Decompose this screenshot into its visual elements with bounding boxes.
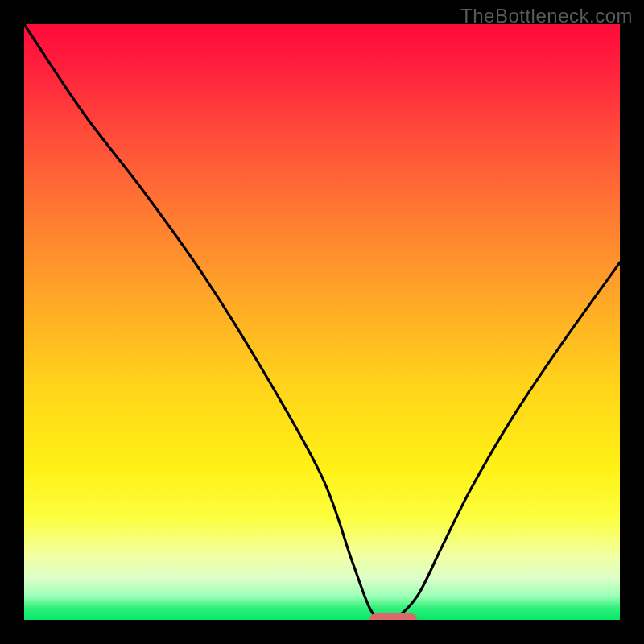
chart-frame: TheBottleneck.com — [0, 0, 644, 644]
optimal-range-marker — [369, 613, 417, 620]
bottleneck-curve-path — [24, 24, 620, 620]
plot-area — [24, 24, 620, 620]
bottleneck-curve-svg — [24, 24, 620, 620]
watermark-text: TheBottleneck.com — [460, 5, 633, 27]
